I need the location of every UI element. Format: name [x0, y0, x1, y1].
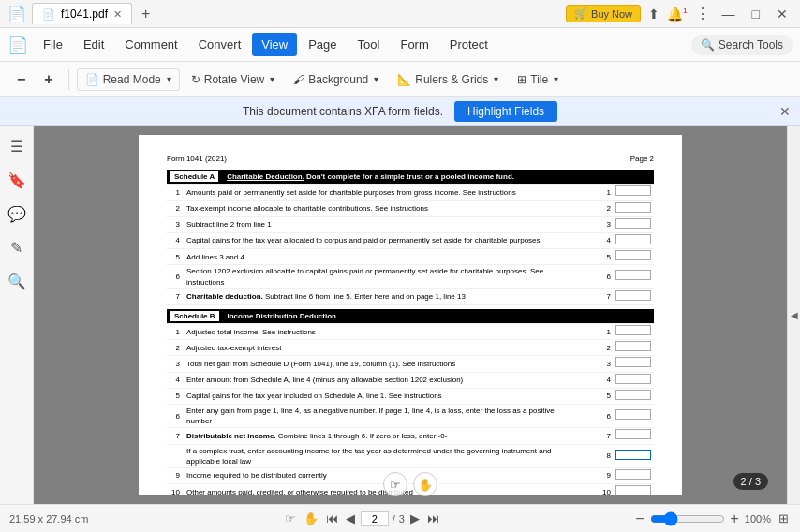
table-row: 2 Tax-exempt income allocable to charita… — [167, 200, 654, 216]
input-b4[interactable] — [615, 374, 651, 384]
search-tools-button[interactable]: 🔍 Search Tools — [691, 35, 793, 55]
tile-button[interactable]: ⊞ Tile — [510, 69, 566, 90]
input-b5[interactable] — [615, 390, 651, 400]
input-b3[interactable] — [615, 357, 651, 367]
app-icon: 📄 — [7, 35, 28, 55]
sidebar-bookmark-icon[interactable]: 🔖 — [4, 167, 30, 193]
table-row: If a complex trust, enter accounting inc… — [167, 444, 654, 467]
tab-close-button[interactable]: ✕ — [113, 8, 122, 21]
menu-tool[interactable]: Tool — [348, 33, 390, 56]
minimize-button[interactable]: — — [718, 5, 740, 23]
title-bar-left: 📄 📄 f1041.pdf ✕ + — [7, 3, 154, 24]
zoom-slider[interactable] — [650, 511, 725, 526]
cart-icon: 🛒 — [574, 7, 587, 20]
input-b9[interactable] — [615, 469, 651, 480]
nav-prev-button[interactable]: ◀ — [344, 510, 357, 527]
active-tab[interactable]: 📄 f1041.pdf ✕ — [32, 3, 132, 24]
input-a7[interactable] — [615, 290, 651, 301]
sidebar-edit-icon[interactable]: ✎ — [4, 234, 30, 260]
schedule-b-title: Income Distribution Deduction — [227, 312, 335, 320]
notification-icon[interactable]: 🔔1 — [667, 7, 687, 22]
toolbar: − + 📄 Read Mode ↻ Rotate View 🖌 Backgrou… — [0, 62, 800, 97]
input-a1[interactable] — [615, 185, 651, 196]
table-row: 1 Adjusted total income. See instruction… — [167, 324, 654, 340]
zoom-out-button[interactable]: − — [9, 67, 33, 92]
zoom-in-status-button[interactable]: + — [731, 510, 739, 527]
page-separator: / — [393, 513, 395, 525]
table-row: 1 Amounts paid or permanently set aside … — [167, 185, 654, 200]
menu-view[interactable]: View — [252, 33, 297, 56]
menu-edit[interactable]: Edit — [74, 33, 113, 56]
menu-comment[interactable]: Comment — [115, 33, 186, 56]
input-a2[interactable] — [615, 202, 651, 213]
cursor-tools: ☞ ✋ — [383, 472, 437, 496]
input-b10[interactable] — [615, 485, 651, 495]
nav-first-button[interactable]: ⏮ — [324, 510, 340, 527]
table-row: 5 Add lines 3 and 4 5 — [167, 249, 654, 265]
nav-last-button[interactable]: ⏭ — [425, 510, 441, 527]
sidebar-search-icon[interactable]: 🔍 — [4, 268, 30, 294]
schedule-a-label: Schedule A — [170, 171, 218, 182]
rotate-view-button[interactable]: ↻ Rotate View — [184, 69, 282, 90]
status-navigation: ☞ ✋ ⏮ ◀ / 3 ▶ ⏭ — [283, 510, 441, 527]
menu-convert[interactable]: Convert — [189, 33, 251, 56]
tab-title: f1041.pdf — [61, 7, 108, 21]
nav-select-button[interactable]: ☞ — [283, 510, 298, 527]
maximize-button[interactable]: □ — [748, 5, 764, 23]
menu-file[interactable]: File — [34, 33, 72, 56]
table-row: 6 Section 1202 exclusion allocable to ca… — [167, 265, 654, 288]
pdf-page: Form 1041 (2021) Page 2 Schedule A Chari… — [139, 135, 682, 495]
sidebar-menu-icon[interactable]: ☰ — [4, 133, 30, 159]
menu-bar: 📄 File Edit Comment Convert View Page To… — [0, 28, 800, 62]
cursor-pan-button[interactable]: ✋ — [413, 472, 437, 496]
status-dimensions: 21.59 x 27.94 cm — [9, 513, 88, 525]
buy-now-button[interactable]: 🛒 Buy Now — [566, 5, 641, 22]
background-button[interactable]: 🖌 Background — [286, 69, 386, 90]
cursor-select-button[interactable]: ☞ — [383, 472, 407, 496]
schedule-b-label: Schedule B — [170, 311, 219, 321]
share-icon: ⬆ — [648, 7, 659, 22]
dimensions-label: 21.59 x 27.94 cm — [9, 513, 88, 525]
table-row: 4 Capital gains for the tax year allocat… — [167, 232, 654, 248]
nav-pan-button[interactable]: ✋ — [302, 510, 320, 527]
input-b2[interactable] — [615, 341, 651, 351]
background-icon: 🖌 — [293, 73, 304, 86]
table-row: 6 Enter any gain from page 1, line 4, as… — [167, 405, 654, 428]
more-options-icon[interactable]: ⋮ — [695, 5, 710, 22]
page-badge: 2 / 3 — [733, 473, 768, 490]
menu-page[interactable]: Page — [299, 33, 346, 56]
title-bar: 📄 📄 f1041.pdf ✕ + 🛒 Buy Now ⬆ 🔔1 ⋮ — □ ✕ — [0, 0, 800, 28]
separator-1 — [68, 69, 69, 90]
form-name: Form 1041 (2021) — [167, 154, 227, 164]
table-row: 5 Capital gains for the tax year include… — [167, 388, 654, 404]
notification-close-button[interactable]: ✕ — [779, 104, 791, 119]
page-number-input[interactable] — [361, 511, 389, 526]
page-display-button[interactable]: 📄 Read Mode — [77, 68, 180, 91]
schedule-a-table: Schedule A Charitable Deduction. Don't c… — [167, 170, 654, 305]
sidebar-comment-icon[interactable]: 💬 — [4, 200, 30, 227]
close-button[interactable]: ✕ — [772, 5, 793, 23]
input-a4[interactable] — [615, 234, 651, 244]
input-b8[interactable] — [615, 450, 651, 460]
input-b6[interactable] — [615, 409, 651, 420]
rotate-icon: ↻ — [191, 73, 200, 86]
new-tab-button[interactable]: + — [138, 6, 154, 22]
table-row: 3 Total net gain from Schedule D (Form 1… — [167, 356, 654, 372]
zoom-level-label: 100% — [745, 513, 771, 525]
input-b1[interactable] — [615, 325, 651, 335]
highlight-fields-button[interactable]: Highlight Fields — [454, 101, 557, 122]
input-a6[interactable] — [615, 270, 651, 280]
pdf-viewer[interactable]: Form 1041 (2021) Page 2 Schedule A Chari… — [34, 126, 787, 504]
chevron-left-icon: ◀ — [791, 310, 798, 320]
menu-protect[interactable]: Protect — [440, 33, 497, 56]
zoom-out-status-button[interactable]: − — [635, 510, 644, 527]
input-a3[interactable] — [615, 218, 651, 229]
right-panel-toggle[interactable]: ◀ — [787, 126, 800, 504]
fit-page-button[interactable]: ⊞ — [777, 510, 791, 527]
menu-form[interactable]: Form — [391, 33, 437, 56]
input-a5[interactable] — [615, 250, 651, 260]
rulers-grids-button[interactable]: 📐 Rulers & Grids — [390, 69, 506, 90]
nav-next-button[interactable]: ▶ — [408, 510, 422, 527]
input-b7[interactable] — [615, 429, 651, 439]
zoom-in-button[interactable]: + — [37, 67, 60, 92]
